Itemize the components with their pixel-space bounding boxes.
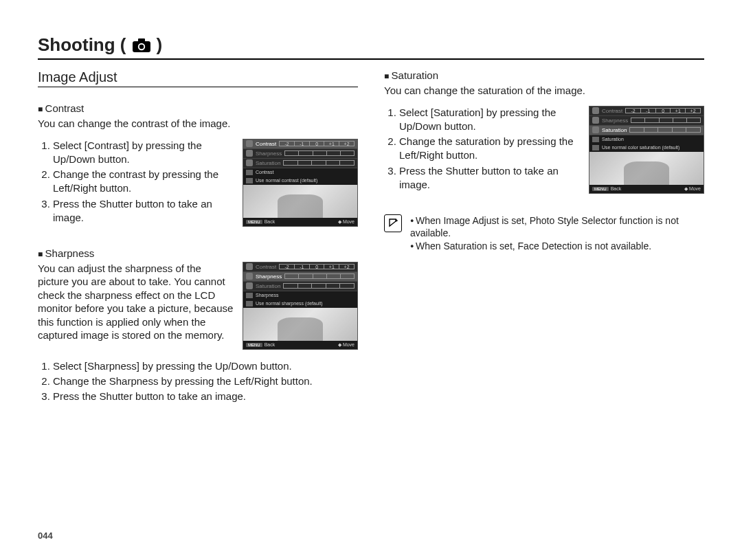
two-column-layout: Image Adjust Contrast You can change the… (38, 69, 704, 424)
hint-icon (592, 137, 599, 142)
step-item: Select [Sharpness] by pressing the Up/Do… (53, 359, 358, 373)
step-item: Change the Sharpness by pressing the Lef… (53, 374, 358, 388)
note-icon (384, 214, 402, 232)
topic-heading: Saturation (384, 69, 704, 81)
chapter-title-text: Shooting ( (38, 34, 126, 56)
step-item: Change the saturation by pressing the Le… (399, 135, 581, 163)
note-box: When Image Adjust is set, Photo Style Se… (384, 214, 704, 254)
step-item: Press the Shutter button to take an imag… (53, 390, 358, 403)
saturation-icon (246, 282, 253, 289)
chapter-title-close: ) (157, 34, 163, 56)
camera-icon (132, 38, 151, 53)
left-column: Image Adjust Contrast You can change the… (38, 69, 358, 424)
note-item: When Saturation is set, Face Detection i… (410, 240, 704, 253)
lcd-screenshot-saturation: Contrast-2-10+1+2 Sharpness Saturation S… (589, 106, 704, 194)
note-item: When Image Adjust is set, Photo Style Se… (410, 214, 704, 240)
lcd-screenshot-sharpness: Contrast-2-10+1+2 Sharpness Saturation S… (243, 262, 358, 350)
contrast-icon (246, 140, 253, 147)
info-icon (246, 178, 253, 183)
info-icon (246, 301, 253, 306)
sharpness-icon (592, 117, 599, 124)
hint-icon (246, 293, 253, 298)
topic-heading: Contrast (38, 102, 358, 114)
lcd-screenshot-contrast: Contrast-2-10+1+2 Sharpness Saturation C… (243, 139, 358, 227)
lcd-preview-image (243, 308, 357, 341)
chapter-heading: Shooting ( ) (38, 34, 704, 60)
topic-description: You can change the saturation of the ima… (384, 84, 704, 98)
page-number: 044 (38, 530, 53, 541)
note-list: When Image Adjust is set, Photo Style Se… (410, 214, 704, 254)
hint-icon (246, 170, 253, 175)
topic-sharpness: Sharpness You can adjust the sharpness o… (38, 247, 358, 404)
topic-saturation: Saturation You can change the saturation… (384, 69, 704, 194)
step-item: Select [Contrast] by pressing the Up/Dow… (53, 139, 234, 167)
topic-description: You can change the contrast of the image… (38, 117, 358, 131)
saturation-icon (246, 159, 253, 166)
sharpness-icon (246, 150, 253, 157)
svg-rect-1 (138, 38, 145, 43)
lcd-preview-image (243, 185, 357, 218)
sharpness-icon (246, 273, 253, 280)
right-column: Saturation You can change the saturation… (384, 69, 704, 424)
saturation-icon (592, 126, 599, 133)
step-item: Select [Saturation] by pressing the Up/D… (399, 106, 581, 134)
step-item: Change the contrast by pressing the Left… (53, 168, 234, 196)
topic-contrast: Contrast You can change the contrast of … (38, 102, 358, 227)
lcd-preview-image (589, 152, 704, 185)
steps-list: Select [Sharpness] by pressing the Up/Do… (38, 359, 358, 404)
topic-heading: Sharpness (38, 247, 358, 259)
step-item: Press the Shutter button to take an imag… (53, 197, 234, 225)
svg-point-3 (139, 44, 144, 49)
manual-page: Shooting ( ) Image Adjust Contrast You c… (0, 0, 742, 560)
info-icon (592, 145, 599, 150)
steps-list: Select [Contrast] by pressing the Up/Dow… (38, 139, 234, 225)
contrast-icon (592, 107, 599, 114)
step-item: Press the Shutter button to take an imag… (399, 164, 581, 192)
steps-list: Select [Saturation] by pressing the Up/D… (384, 106, 581, 192)
topic-description: You can adjust the sharpness of the pict… (38, 262, 234, 342)
section-title: Image Adjust (38, 69, 358, 87)
contrast-icon (246, 263, 253, 270)
